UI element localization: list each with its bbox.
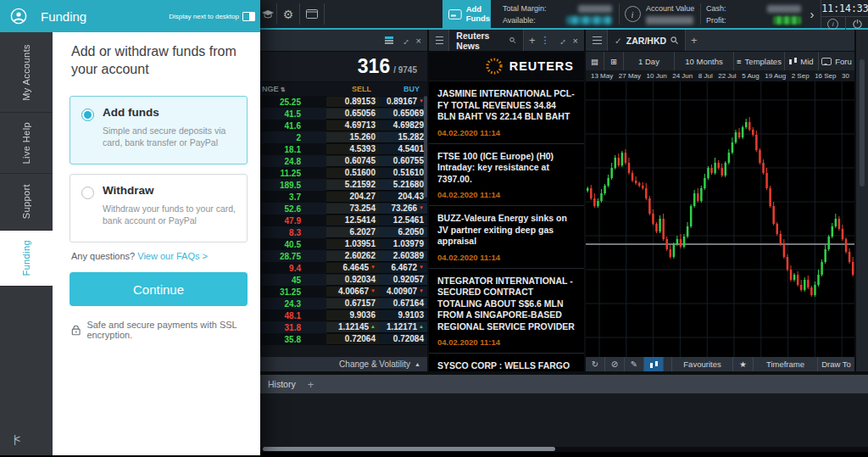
buy-price-cell[interactable]: 0.72084: [379, 334, 427, 345]
watchlist-scrollbar[interactable]: [424, 96, 427, 198]
close-icon[interactable]: ×: [573, 36, 578, 46]
collapse-panel-icon[interactable]: |<: [14, 433, 19, 445]
sell-price-cell[interactable]: 1.03951: [326, 239, 379, 250]
draw-tools-button[interactable]: Draw To: [817, 357, 854, 371]
topbar-expand-chevron[interactable]: ›: [804, 0, 821, 28]
timeframe-button[interactable]: Timeframe: [753, 357, 817, 371]
buy-price-cell[interactable]: 4.5401: [379, 144, 427, 155]
watchlist-row[interactable]: 215.26015.282: [260, 131, 427, 143]
sell-price-cell[interactable]: 6.4645▼: [326, 263, 379, 274]
tab-history[interactable]: History: [268, 379, 296, 389]
buy-price-cell[interactable]: 0.65069: [379, 109, 427, 120]
change-volatility-bar[interactable]: Change & Volatility ▲: [260, 357, 427, 371]
disable-icon[interactable]: ⊘: [605, 357, 625, 371]
sell-price-cell[interactable]: 2.60262: [326, 251, 379, 262]
radio-add-funds[interactable]: [81, 109, 94, 121]
buy-price-cell[interactable]: 5.21680: [379, 180, 427, 191]
watchlist-row[interactable]: 3.7204.27204.43: [260, 191, 427, 203]
sidebar-tab-live-help[interactable]: Live Help: [0, 113, 53, 174]
watchlist-row[interactable]: 8.36.20276.2050: [260, 226, 427, 238]
layout-window-icon[interactable]: [300, 0, 324, 28]
sell-price-cell[interactable]: 0.65056: [326, 109, 379, 120]
news-item[interactable]: SYSCO CORP : WELLS FARGO CUTS TO EQUAL W…: [429, 354, 584, 371]
new-tab-button[interactable]: +: [686, 34, 703, 47]
buy-price-cell[interactable]: 2.60389: [379, 251, 427, 262]
buy-price-cell[interactable]: 4.00907▼: [379, 287, 427, 298]
watchlist-row[interactable]: 189.55.215925.21680: [260, 179, 427, 191]
session-info-icon[interactable]: i: [821, 17, 846, 31]
sidebar-tab-my-accounts[interactable]: My Accounts: [0, 32, 53, 113]
sell-price-cell[interactable]: 4.5393: [326, 144, 379, 155]
pencil-icon[interactable]: ✎: [625, 357, 644, 371]
buy-price-cell[interactable]: 1.03979: [379, 239, 427, 250]
menu-icon[interactable]: [436, 36, 443, 38]
sell-price-cell[interactable]: 4.69713: [326, 120, 379, 131]
sell-price-cell[interactable]: 9.9036: [326, 310, 379, 321]
option-add-funds[interactable]: Add funds Simple and secure deposits via…: [70, 96, 248, 164]
watchlist-row[interactable]: 41.64.697134.69829: [260, 120, 427, 131]
buy-price-cell[interactable]: 12.5461: [379, 215, 427, 226]
power-icon[interactable]: [846, 17, 868, 31]
info-circle-icon[interactable]: i: [621, 0, 643, 28]
buy-price-cell[interactable]: 4.69829: [379, 120, 427, 131]
news-item[interactable]: JASMINE INTERNATIONAL PCL- FY TOTAL REVE…: [429, 81, 584, 144]
buy-price-cell[interactable]: 9.9103: [379, 310, 427, 321]
sell-price-cell[interactable]: 15.260: [326, 132, 379, 143]
grid-layout-icon[interactable]: ⊞: [604, 52, 624, 70]
sell-price-cell[interactable]: 0.60745: [326, 156, 379, 167]
watchlist-list-icon[interactable]: [385, 36, 393, 44]
display-next-to-desktop[interactable]: Display next to desktop: [169, 12, 260, 21]
sidebar-tab-funding[interactable]: Funding: [0, 231, 53, 287]
tab-zar-hkd[interactable]: ✓ ZAR/HKD: [607, 30, 686, 51]
refresh-icon[interactable]: ↻: [586, 357, 605, 371]
buy-price-cell[interactable]: 0.51610: [379, 168, 427, 179]
chart-scrollbar-thumb[interactable]: [860, 59, 865, 187]
watchlist-row[interactable]: 450.920340.92057: [260, 274, 427, 286]
new-tab-button[interactable]: +: [524, 34, 541, 47]
watchlist-row[interactable]: 40.51.039511.03979: [260, 238, 427, 250]
interval-button[interactable]: 1 Day: [624, 52, 675, 70]
watchlist-row[interactable]: 24.30.671570.67164: [260, 298, 427, 309]
watchlist-row[interactable]: 41.50.650560.65069: [260, 108, 427, 120]
favourites-button[interactable]: Favourites: [671, 357, 732, 371]
sell-price-cell[interactable]: 73.254: [326, 203, 379, 215]
sell-price-cell[interactable]: 0.72064: [326, 334, 379, 345]
continue-button[interactable]: Continue: [70, 272, 248, 306]
buy-price-cell[interactable]: 6.4672▼: [379, 263, 427, 274]
watchlist-row[interactable]: 9.46.4645▼6.4672▼: [260, 262, 427, 274]
buy-price-cell[interactable]: 15.282: [379, 132, 427, 143]
watchlist-row[interactable]: 28.752.602622.60389: [260, 250, 427, 262]
watchlist-row[interactable]: 35.80.720640.72084: [260, 333, 427, 345]
kebab-icon[interactable]: ⋮: [541, 35, 550, 46]
watchlist-row[interactable]: 47.912.541412.5461: [260, 215, 427, 226]
mid-price-button[interactable]: Mid: [785, 52, 819, 70]
sell-price-cell[interactable]: 0.89153: [326, 97, 379, 108]
settings-gear-icon[interactable]: ⚙: [277, 0, 299, 28]
sell-price-cell[interactable]: 4.00667▼: [326, 287, 379, 298]
news-item[interactable]: FTSE 100 (ICE Europe) (H0) Intraday: key…: [429, 144, 584, 207]
sell-price-cell[interactable]: 0.51600: [326, 168, 379, 179]
watchlist-row[interactable]: 11.250.516000.51610: [260, 167, 427, 179]
sell-price-cell[interactable]: 12.5414: [326, 215, 379, 226]
menu-icon[interactable]: [593, 36, 602, 38]
watchlist-row[interactable]: 48.19.90369.9103: [260, 309, 427, 321]
buy-price-cell[interactable]: 0.67164: [379, 298, 427, 309]
favourites-star-icon[interactable]: ★: [732, 357, 753, 371]
sell-price-cell[interactable]: 6.2027: [326, 227, 379, 238]
buy-price-cell[interactable]: 0.89167▼: [379, 97, 427, 108]
option-withdraw[interactable]: Withdraw Withdraw your funds to your car…: [70, 174, 248, 242]
toggle-icon[interactable]: [242, 12, 255, 21]
list-view-icon[interactable]: ▤: [586, 52, 604, 70]
expand-icon[interactable]: ↔: [554, 33, 568, 47]
expand-icon[interactable]: ↔: [398, 33, 411, 47]
buy-price-cell[interactable]: 73.266▼: [379, 203, 427, 215]
horizontal-scrollbar[interactable]: [263, 447, 555, 451]
buy-column-header[interactable]: BUY: [379, 85, 427, 93]
faq-link[interactable]: View our FAQs >: [137, 251, 208, 261]
sell-price-cell[interactable]: 204.27: [326, 192, 379, 203]
watchlist-row[interactable]: 18.14.53934.5401: [260, 143, 427, 155]
buy-price-cell[interactable]: 0.60755: [379, 156, 427, 167]
watchlist-row[interactable]: 31.254.00667▼4.00907▼: [260, 286, 427, 298]
buy-price-cell[interactable]: 204.43: [379, 192, 427, 203]
templates-button[interactable]: ≡ Templates: [734, 52, 785, 70]
